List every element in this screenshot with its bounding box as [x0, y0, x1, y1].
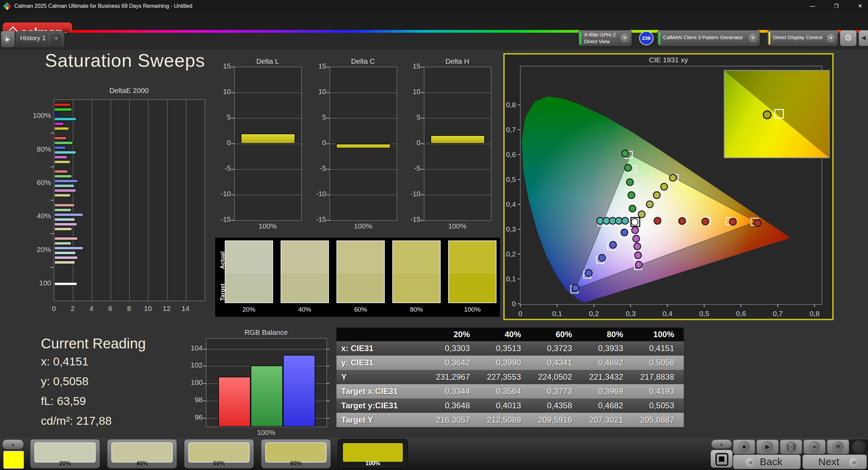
deltae-bar: [54, 203, 75, 207]
tab-label: History 1: [20, 34, 46, 42]
column-header: 60%: [531, 328, 572, 341]
stop-button[interactable]: ■: [733, 439, 755, 454]
measured-cyan: [603, 217, 610, 224]
close-icon[interactable]: ✕: [853, 3, 867, 10]
table-row: Target x:CIE310,33440,35640,37730,39690,…: [336, 384, 684, 398]
deltae-x-tick: 6: [104, 304, 117, 313]
y-tick: 15: [309, 62, 326, 70]
table-cell: 212,5089: [479, 413, 521, 427]
measured-blue: [621, 229, 628, 236]
svg-text:0,8: 0,8: [506, 101, 516, 109]
measured-cyan: [622, 217, 629, 224]
meter-dropdown[interactable]: X-Rite i1Pro 2 Direct View ▼: [578, 30, 632, 46]
restore-icon[interactable]: ❐: [830, 3, 843, 10]
read-window-button[interactable]: [710, 450, 733, 468]
deltae-x-tick: 0: [47, 304, 61, 313]
table-cell: 0,4358: [531, 398, 572, 413]
chevron-down-icon[interactable]: ▼: [749, 34, 758, 43]
current-reading-title: Current Reading: [41, 335, 146, 352]
pattern-button-60%[interactable]: 60%: [184, 439, 254, 469]
layout-play-button[interactable]: ▶: [1, 31, 15, 48]
measured-red: [729, 218, 736, 225]
pattern-scroll-up-icon[interactable]: ▲: [2, 439, 24, 450]
measured-magenta: [635, 252, 642, 259]
table-row: x: CIE310,33030,35130,37230,39330,4151: [336, 341, 684, 356]
gridline: [330, 195, 397, 195]
chevron-down-icon[interactable]: ▼: [827, 34, 836, 43]
deltae-bar: [54, 218, 75, 221]
y-tick: -15: [309, 215, 326, 223]
pattern-label: 40%: [107, 460, 177, 467]
deltae-bar: [54, 222, 77, 226]
tab-history-1[interactable]: History 1 +: [16, 31, 64, 47]
loop-button[interactable]: ⟳: [827, 439, 849, 454]
pattern-button-100%[interactable]: 100%: [338, 439, 408, 469]
pattern-label: 20%: [30, 460, 100, 467]
back-button[interactable]: « Back: [733, 454, 801, 469]
gridline: [424, 195, 491, 195]
display-control-dropdown[interactable]: Direct Display Control ▼: [767, 30, 838, 46]
deltae-bar: [54, 213, 83, 217]
pattern-label: 100%: [338, 460, 408, 467]
transport-scroll-up-icon[interactable]: ▲: [711, 439, 732, 449]
deltae-bar: [54, 174, 72, 178]
tick: [326, 401, 329, 401]
deltae-group-label: 100%: [24, 111, 51, 120]
settings-gear-icon[interactable]: ⚙: [840, 30, 857, 46]
measured-blue: [572, 284, 579, 291]
pattern-generator-dropdown[interactable]: CalMAN Client 3 Pattern Generator ▼: [657, 30, 760, 46]
tick: [231, 220, 234, 221]
column-header: 100%: [633, 328, 674, 341]
deltae-bar: [54, 108, 72, 111]
svg-text:0,2: 0,2: [589, 310, 599, 317]
read-series-button[interactable]: [··]: [780, 439, 802, 454]
tab-divider: [49, 33, 49, 45]
collapse-panel-icon[interactable]: ◀: [858, 30, 868, 46]
gridline: [92, 100, 92, 301]
pattern-generator-label: CalMAN Client 3 Pattern Generator: [663, 34, 743, 40]
tick: [421, 143, 424, 144]
pattern-button-80%[interactable]: 80%: [261, 439, 331, 469]
y-tick: 10: [309, 88, 326, 96]
minimize-icon[interactable]: —: [806, 3, 819, 10]
table-cell: 0,3933: [582, 341, 623, 356]
pattern-button-40%[interactable]: 40%: [107, 439, 177, 469]
measured-blue: [585, 270, 592, 277]
delta_l-bar: [241, 134, 295, 144]
gridline: [235, 169, 301, 170]
measured-green: [622, 150, 629, 157]
gridline: [235, 195, 301, 195]
loop-icon: ⟳: [832, 441, 844, 453]
toolbar: ▶ History 1 + X-Rite i1Pro 2 Direct View…: [0, 33, 868, 50]
measured-red: [679, 218, 685, 224]
actual-swatch: [281, 240, 329, 273]
chevron-down-icon[interactable]: ▼: [621, 34, 630, 43]
tick: [50, 267, 54, 268]
gridline: [424, 118, 491, 119]
svg-text:0,7: 0,7: [773, 310, 783, 317]
measured-red: [702, 218, 709, 225]
tick: [327, 169, 330, 170]
current-pattern-color[interactable]: [3, 451, 24, 469]
deltae-bar: [54, 179, 78, 183]
play-button[interactable]: ▶: [756, 439, 779, 454]
table-cell: 221,3432: [582, 370, 623, 384]
row-label: Target y:CIE31: [341, 398, 398, 413]
table-row: y: CIE310,36420,39900,43410,46920,5058: [336, 356, 684, 370]
deltae-bar: [54, 141, 73, 145]
gridline: [111, 100, 111, 301]
target-swatch: [448, 273, 496, 303]
gridline: [330, 118, 397, 119]
measured-green: [625, 164, 631, 171]
add-tab-button[interactable]: +: [51, 34, 61, 44]
next-button[interactable]: Next »: [802, 454, 867, 469]
deltae-bar: [54, 151, 76, 154]
deltae-bar: [54, 251, 76, 255]
current-reading-fl: fL: 63,59: [41, 394, 86, 408]
column-header: 40%: [479, 328, 521, 341]
swatch-label: 80%: [392, 306, 441, 313]
y-tick: 5: [214, 113, 231, 121]
continuous-button[interactable]: ∞: [803, 439, 826, 454]
deltae-bar: [54, 117, 77, 121]
pattern-button-20%[interactable]: 20%: [30, 439, 100, 469]
